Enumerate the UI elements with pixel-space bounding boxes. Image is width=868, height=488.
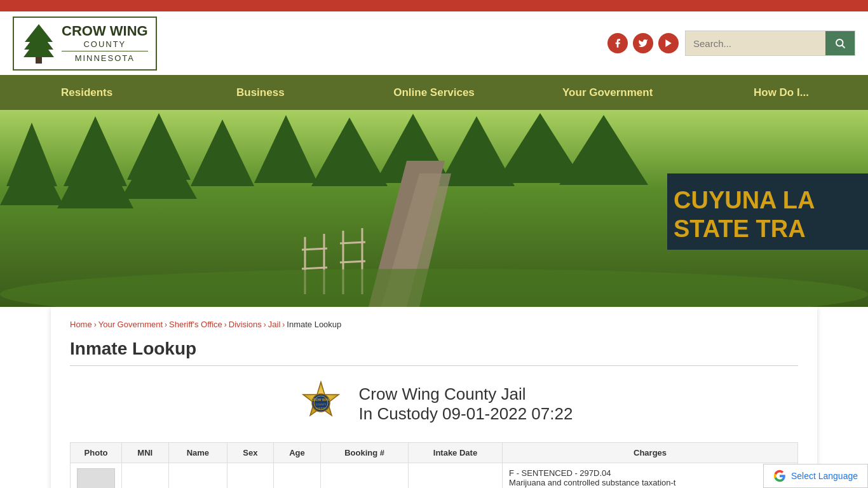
breadcrumb: Home › Your Government › Sheriff's Offic… [70, 320, 798, 329]
sheriff-badge-icon: CROW WING COUNTY SHERIFF [295, 379, 346, 430]
cell-booking [321, 463, 409, 489]
cell-charges: F - SENTENCED - 297D.04 Marijuana and co… [503, 463, 798, 489]
top-bar [0, 0, 868, 11]
breadcrumb-sep-5: › [282, 320, 285, 329]
breadcrumb-jail[interactable]: Jail [268, 320, 281, 329]
breadcrumb-sheriffs-office[interactable]: Sheriff's Office [169, 320, 222, 329]
charge-line-1: F - SENTENCED - 297D.04 [509, 468, 791, 478]
svg-text:CROW WING: CROW WING [311, 398, 330, 402]
breadcrumb-current: Inmate Lookup [287, 320, 341, 329]
breadcrumb-divisions[interactable]: Divisions [229, 320, 262, 329]
svg-text:COUNTY: COUNTY [315, 403, 326, 406]
col-name: Name [168, 443, 227, 463]
social-icons [607, 33, 679, 53]
search-bar [685, 30, 855, 56]
twitter-icon[interactable] [633, 33, 653, 53]
search-button[interactable] [825, 31, 855, 55]
search-icon [834, 37, 846, 49]
cell-mni [122, 463, 169, 489]
cell-name [168, 463, 227, 489]
jail-name: Crow Wing County Jail [359, 384, 573, 404]
page-title: Inmate Lookup [70, 339, 798, 366]
content-wrapper: Home › Your Government › Sheriff's Offic… [51, 307, 817, 488]
nav-business[interactable]: Business [173, 75, 347, 110]
cell-photo [71, 463, 122, 489]
svg-text:SHERIFF: SHERIFF [315, 407, 327, 410]
col-sex: Sex [227, 443, 273, 463]
facebook-icon[interactable] [607, 33, 628, 53]
cell-intake-date [408, 463, 502, 489]
logo-line1: CROW WING [62, 24, 148, 39]
table-row: F - SENTENCED - 297D.04 Marijuana and co… [71, 463, 798, 489]
col-charges: Charges [503, 443, 798, 463]
col-intake-date: Intake Date [408, 443, 502, 463]
svg-text:CUYUNA LA: CUYUNA LA [674, 187, 815, 214]
logo-tree-icon [22, 23, 57, 64]
col-mni: MNI [122, 443, 169, 463]
search-input[interactable] [686, 33, 825, 54]
main-nav: Residents Business Online Services Your … [0, 75, 868, 110]
nav-your-government[interactable]: Your Government [521, 75, 695, 110]
inmate-table: Photo MNI Name Sex Age Booking # Intake … [70, 442, 798, 488]
cell-age [273, 463, 321, 489]
svg-line-27 [302, 268, 327, 269]
charge-line-2: Marijuana and controlled substance taxat… [509, 478, 791, 487]
jail-custody: In Custody 09-01-2022 07:22 [359, 404, 573, 424]
breadcrumb-your-government[interactable]: Your Government [98, 320, 163, 329]
select-language-button[interactable]: Select Language [791, 471, 858, 481]
svg-line-26 [302, 248, 327, 250]
logo[interactable]: CROW WING COUNTY MINNESOTA [13, 17, 157, 71]
jail-text-info: Crow Wing County Jail In Custody 09-01-2… [359, 384, 573, 424]
breadcrumb-home[interactable]: Home [70, 320, 92, 329]
logo-text: CROW WING COUNTY MINNESOTA [62, 24, 148, 62]
logo-line2: COUNTY [83, 39, 126, 49]
breadcrumb-sep-1: › [94, 320, 97, 329]
cell-sex [227, 463, 273, 489]
col-booking: Booking # [321, 443, 409, 463]
google-icon [773, 470, 786, 482]
nav-residents[interactable]: Residents [0, 75, 173, 110]
header-right [607, 30, 855, 56]
nav-online-services[interactable]: Online Services [347, 75, 520, 110]
logo-line3: MINNESOTA [75, 53, 135, 63]
svg-point-5 [836, 39, 843, 46]
footer-language-bar: Select Language [763, 464, 868, 488]
breadcrumb-sep-2: › [165, 320, 167, 329]
nav-how-do-i[interactable]: How Do I... [695, 75, 868, 110]
jail-info: CROW WING COUNTY SHERIFF Crow Wing Count… [70, 379, 798, 430]
hero-image: CUYUNA LA STATE TRA [0, 110, 868, 307]
hero-scene: CUYUNA LA STATE TRA [0, 110, 868, 307]
col-photo: Photo [71, 443, 122, 463]
svg-line-6 [842, 45, 844, 48]
svg-line-31 [340, 261, 365, 262]
svg-line-30 [340, 242, 365, 243]
svg-text:STATE  TRA: STATE TRA [674, 215, 806, 242]
breadcrumb-sep-4: › [264, 320, 266, 329]
svg-marker-4 [665, 39, 671, 47]
header: CROW WING COUNTY MINNESOTA [0, 11, 868, 75]
breadcrumb-sep-3: › [224, 320, 227, 329]
col-age: Age [273, 443, 321, 463]
youtube-icon[interactable] [658, 33, 679, 53]
